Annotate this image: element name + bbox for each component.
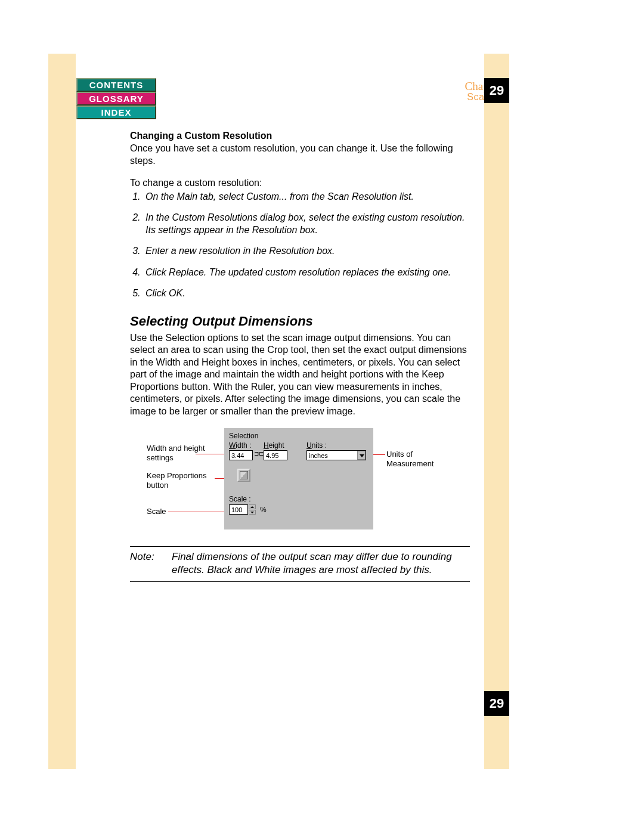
callout-units: Units of Measurement [386,450,452,468]
output-dimensions-paragraph: Use the Selection options to set the sca… [130,332,470,417]
selection-panel-diagram: Width and height settings Keep Proportio… [130,428,470,535]
width-label: Width : [229,441,251,450]
right-margin-bar [484,54,509,769]
units-dropdown[interactable]: inches [306,450,366,460]
left-margin-bar [48,54,76,769]
note-block: Note: Final dimensions of the output sca… [130,546,470,582]
step-item: Click OK. [143,287,470,299]
width-input[interactable]: 3.44 [229,450,253,460]
steps-list: On the Main tab, select Custom... from t… [130,191,470,300]
page-number-top: 29 [484,78,509,103]
intro-paragraph: Once you have set a custom resolution, y… [130,143,470,167]
note-label: Note: [130,550,172,577]
selection-panel: Selection Width : Height Units : 3.44 ⊐⊏… [224,428,373,529]
heading-selecting-output: Selecting Output Dimensions [130,313,470,330]
callout-keep-proportions: Keep Proportions button [147,471,218,490]
scale-input[interactable]: 100 [229,504,248,515]
callout-scale: Scale [147,507,166,516]
main-content: Changing a Custom Resolution Once you ha… [130,130,470,582]
note-text: Final dimensions of the output scan may … [172,550,470,577]
nav-button-group: CONTENTS GLOSSARY INDEX [76,78,156,119]
note-rule-bottom [130,581,470,582]
panel-title: Selection [229,432,258,441]
page-number-bottom: 29 [484,691,509,716]
subhead-to-change: To change a custom resolution: [130,177,470,189]
units-label: Units : [306,441,327,450]
step-item: Enter a new resolution in the Resolution… [143,245,470,257]
spinner-down-icon[interactable] [249,510,256,515]
link-icon: ⊐⊏ [254,450,264,458]
spinner-up-icon[interactable] [249,504,256,509]
nav-contents-button[interactable]: CONTENTS [76,78,156,92]
nav-glossary-button[interactable]: GLOSSARY [76,92,156,106]
heading-changing-resolution: Changing a Custom Resolution [130,130,470,142]
keep-proportions-button[interactable] [237,469,250,482]
nav-index-button[interactable]: INDEX [76,106,156,119]
lock-icon-frame [240,471,248,479]
step-item: Click Replace. The updated custom resolu… [143,267,470,278]
step-item: On the Main tab, select Custom... from t… [143,191,470,203]
scale-spinner[interactable] [249,504,256,515]
leader-line [168,512,228,512]
percent-label: % [260,506,267,515]
height-input[interactable]: 4.95 [264,450,287,460]
units-value: inches [309,452,328,459]
callout-width-height: Width and height settings [147,444,218,462]
scale-label: Scale : [229,495,251,504]
height-label: Height [264,441,284,450]
step-item: In the Custom Resolutions dialog box, se… [143,212,470,236]
chevron-down-icon[interactable] [357,451,366,460]
